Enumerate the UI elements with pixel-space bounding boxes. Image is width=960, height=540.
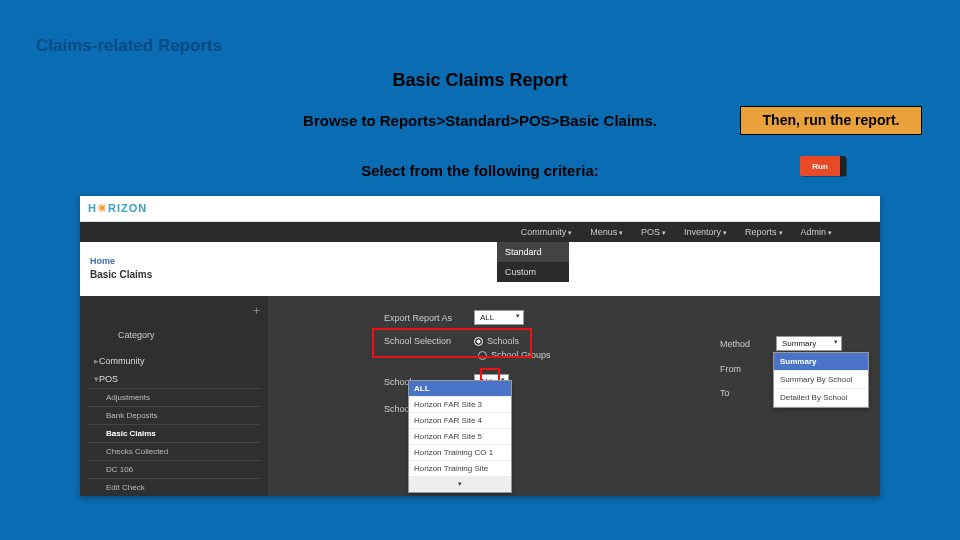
school-opt-3[interactable]: Horizon FAR Site 5 <box>409 429 511 445</box>
method-select[interactable]: Summary <box>776 336 842 351</box>
method-opt-summary[interactable]: Summary <box>774 353 868 371</box>
category-label: Category <box>118 330 155 340</box>
cat-item-bank-deposits[interactable]: Bank Deposits <box>88 406 260 424</box>
cat-item-basic-claims[interactable]: Basic Claims <box>88 424 260 442</box>
cat-item-adjustments[interactable]: Adjustments <box>88 388 260 406</box>
brand-logo: H☀RIZON <box>88 202 147 215</box>
school-dropdown: ALL Horizon FAR Site 3 Horizon FAR Site … <box>408 380 512 493</box>
field-method: Method Summary <box>720 336 842 351</box>
school-opt-1[interactable]: Horizon FAR Site 3 <box>409 397 511 413</box>
school-opt-4[interactable]: Horizon Training CO 1 <box>409 445 511 461</box>
nav-right: Community Menus POS Inventory Reports Ad… <box>521 222 832 242</box>
reports-dd-standard[interactable]: Standard <box>497 242 569 262</box>
chevron-down-icon[interactable]: ▾ <box>409 477 511 492</box>
method-opt-summary-by-school[interactable]: Summary By School <box>774 371 868 389</box>
cat-community[interactable]: Community <box>88 352 260 370</box>
nav-bar: Community Menus POS Inventory Reports Ad… <box>80 222 880 242</box>
nav-item-menus[interactable]: Menus <box>590 227 623 237</box>
run-button[interactable]: Run <box>800 156 846 176</box>
reports-dropdown: Standard Custom <box>497 242 569 282</box>
breadcrumb-page: Basic Claims <box>90 269 152 280</box>
breadcrumb-home[interactable]: Home <box>90 256 152 266</box>
method-dropdown: Summary Summary By School Detailed By Sc… <box>773 352 869 408</box>
nav-item-reports[interactable]: Reports <box>745 227 782 237</box>
app-screenshot: H☀RIZON Community Menus POS Inventory Re… <box>80 196 880 496</box>
nav-item-pos[interactable]: POS <box>641 227 666 237</box>
from-label: From <box>720 364 776 374</box>
category-list: Community POS Adjustments Bank Deposits … <box>88 352 260 496</box>
section-title: Basic Claims Report <box>0 70 960 91</box>
nav-item-community[interactable]: Community <box>521 227 572 237</box>
export-label: Export Report As <box>384 313 474 323</box>
highlight-school-selection <box>372 328 532 358</box>
callout-run: Then, run the report. <box>740 106 922 135</box>
to-label: To <box>720 388 776 398</box>
method-opt-detailed-by-school[interactable]: Detailed By School <box>774 389 868 407</box>
method-label: Method <box>720 339 776 349</box>
school-opt-all[interactable]: ALL <box>409 381 511 397</box>
slide-title: Claims-related Reports <box>36 36 222 56</box>
cat-item-dc106[interactable]: DC 106 <box>88 460 260 478</box>
field-to: To <box>720 388 776 398</box>
breadcrumb: Home Basic Claims <box>90 256 152 280</box>
cat-item-checks-collected[interactable]: Checks Collected <box>88 442 260 460</box>
school-opt-5[interactable]: Horizon Training Site <box>409 461 511 477</box>
nav-item-admin[interactable]: Admin <box>801 227 832 237</box>
field-from: From <box>720 364 776 374</box>
cat-pos[interactable]: POS <box>88 370 260 388</box>
brand-bar: H☀RIZON <box>80 196 880 222</box>
reports-dd-custom[interactable]: Custom <box>497 262 569 282</box>
nav-item-inventory[interactable]: Inventory <box>684 227 727 237</box>
criteria-panel: Export Report As ALL School Selection Sc… <box>268 296 880 496</box>
field-export: Export Report As ALL <box>384 310 524 325</box>
run-button-label: Run <box>812 162 828 171</box>
cat-item-edit-check[interactable]: Edit Check <box>88 478 260 496</box>
plus-icon[interactable]: + <box>253 304 260 318</box>
category-sidebar: + Category Community POS Adjustments Ban… <box>80 296 268 496</box>
school-opt-2[interactable]: Horizon FAR Site 4 <box>409 413 511 429</box>
export-select[interactable]: ALL <box>474 310 524 325</box>
